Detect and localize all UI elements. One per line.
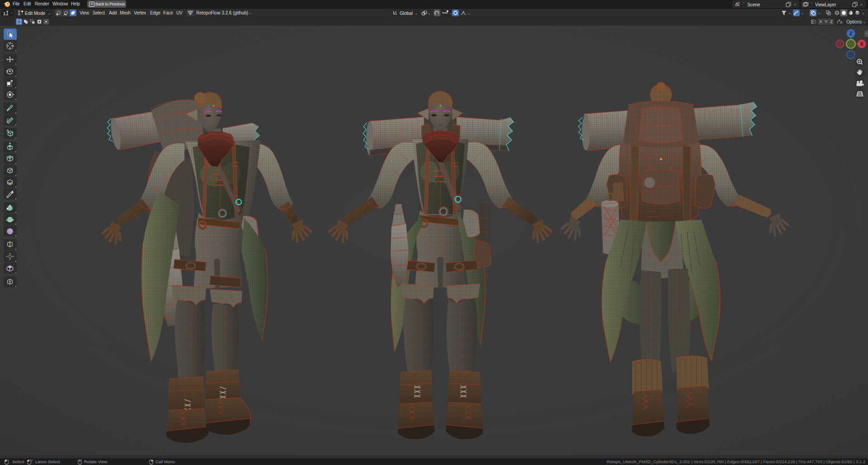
svg-text:X: X bbox=[860, 42, 863, 47]
svg-text:Z: Z bbox=[849, 31, 852, 36]
svg-text:R: R bbox=[840, 21, 842, 23]
